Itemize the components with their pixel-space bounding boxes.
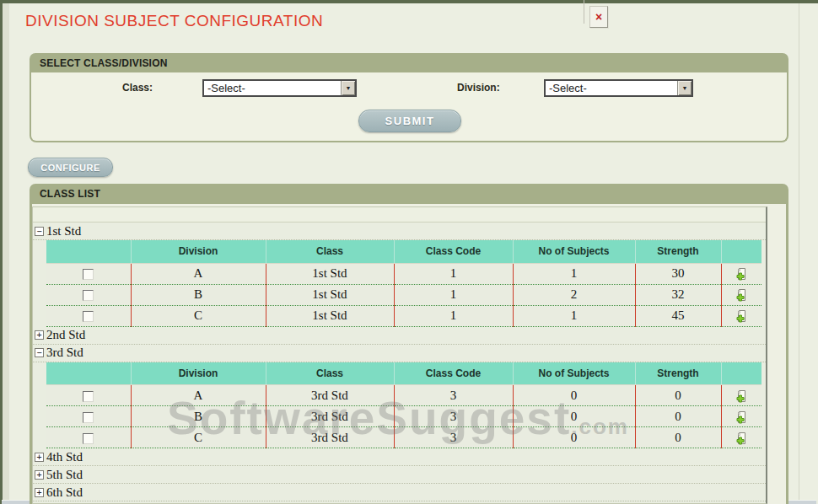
column-header: Division <box>131 362 266 385</box>
division-select[interactable]: -Select- ▼ <box>544 79 693 97</box>
column-header: No of Subjects <box>513 240 635 263</box>
table-header-row: DivisionClassClass CodeNo of SubjectsStr… <box>46 362 761 385</box>
expand-icon[interactable]: + <box>35 470 44 480</box>
select-panel-body: Class: -Select- ▼ Division: -Select- ▼ S… <box>30 72 788 142</box>
row-checkbox[interactable] <box>83 311 94 322</box>
column-header: No of Subjects <box>513 362 635 385</box>
tree-group-label: 3rd Std <box>46 346 83 360</box>
table-row: B1st Std1232 <box>46 284 761 305</box>
window-top-border <box>0 0 818 3</box>
division-select-value: -Select- <box>549 82 587 94</box>
collapse-icon[interactable]: − <box>35 348 44 357</box>
chevron-down-icon[interactable]: ▼ <box>341 81 355 95</box>
column-header: Class <box>266 240 394 263</box>
action-cell <box>721 385 761 406</box>
action-cell <box>721 427 761 448</box>
checkbox-cell <box>46 385 131 406</box>
frame-divider <box>584 0 584 24</box>
tree-group-4th-std: +4th Std <box>33 448 766 466</box>
no-of-subjects-cell: 1 <box>513 305 635 326</box>
class-select-value: -Select- <box>207 82 245 94</box>
class-list-body: −1st StdDivisionClassClass CodeNo of Sub… <box>30 204 788 504</box>
page-title: DIVISION SUBJECT CONFIGURATION <box>25 12 323 30</box>
division-label: Division: <box>457 82 500 94</box>
checkbox-cell <box>46 406 131 427</box>
configure-button[interactable]: CONFIGURE <box>28 158 113 177</box>
tree-group-5th-std: +5th Std <box>33 466 766 484</box>
right-edge-line <box>799 3 799 504</box>
action-cell <box>721 284 761 305</box>
division-cell: B <box>131 406 266 427</box>
strength-cell: 32 <box>635 284 721 305</box>
action-cell <box>721 263 761 284</box>
class-list-box: −1st StdDivisionClassClass CodeNo of Sub… <box>32 206 767 504</box>
strength-cell: 45 <box>635 305 721 326</box>
add-subject-icon[interactable] <box>735 288 748 302</box>
checkbox-cell <box>46 427 131 448</box>
row-checkbox[interactable] <box>83 391 94 402</box>
action-cell <box>721 406 761 427</box>
tree-group-3rd-std: −3rd Std <box>33 345 766 362</box>
tree-group-label: 1st Std <box>46 224 81 239</box>
submit-button[interactable]: SUBMIT <box>358 110 461 132</box>
expand-icon[interactable]: + <box>35 453 44 462</box>
no-of-subjects-cell: 2 <box>513 284 635 305</box>
close-button[interactable]: × <box>589 6 608 28</box>
add-subject-icon[interactable] <box>735 267 748 281</box>
no-of-subjects-cell: 0 <box>513 385 635 406</box>
expand-icon[interactable]: + <box>35 330 44 340</box>
column-header: Class <box>266 362 394 385</box>
strength-cell: 0 <box>635 427 721 448</box>
division-cell: C <box>131 305 266 326</box>
tree-group-label: 6th Std <box>46 485 83 500</box>
column-header <box>46 240 131 263</box>
list-top-spacer <box>33 207 766 223</box>
column-header: Class Code <box>394 240 513 263</box>
table-row: A3rd Std300 <box>46 385 761 406</box>
table-row: B3rd Std300 <box>46 406 761 427</box>
strength-cell: 30 <box>635 263 721 284</box>
checkbox-cell <box>46 284 131 305</box>
left-edge-shade <box>3 3 9 504</box>
class-cell: 3rd Std <box>266 427 394 448</box>
column-header: Strength <box>635 362 721 385</box>
action-cell <box>721 305 761 326</box>
class-code-cell: 3 <box>394 385 513 406</box>
select-panel-header: SELECT CLASS/DIVISION <box>30 53 788 72</box>
class-code-cell: 3 <box>394 406 513 427</box>
row-checkbox[interactable] <box>83 433 94 444</box>
add-subject-icon[interactable] <box>735 432 748 445</box>
row-checkbox[interactable] <box>83 269 94 280</box>
collapse-icon[interactable]: − <box>35 227 44 236</box>
add-subject-icon[interactable] <box>735 389 748 403</box>
column-header: Class Code <box>394 362 513 385</box>
division-cell: A <box>131 263 266 284</box>
column-header <box>46 362 131 385</box>
row-checkbox[interactable] <box>83 290 94 301</box>
expand-icon[interactable]: + <box>35 488 44 497</box>
class-code-cell: 1 <box>394 263 513 284</box>
division-cell: A <box>131 385 266 406</box>
column-header: Strength <box>635 240 721 263</box>
no-of-subjects-cell: 1 <box>513 263 635 284</box>
class-cell: 3rd Std <box>266 406 394 427</box>
add-subject-icon[interactable] <box>735 410 748 424</box>
division-cell: C <box>131 427 266 448</box>
chevron-down-icon[interactable]: ▼ <box>677 81 692 95</box>
table-row: C3rd Std300 <box>46 427 761 448</box>
row-checkbox[interactable] <box>83 412 94 423</box>
tree-group-label: 5th Std <box>46 468 83 482</box>
class-cell: 1st Std <box>266 284 394 305</box>
class-code-cell: 3 <box>394 427 513 448</box>
tree-group-label: 2nd Std <box>46 328 85 342</box>
division-table: DivisionClassClass CodeNo of SubjectsStr… <box>46 362 761 449</box>
class-select[interactable]: -Select- ▼ <box>202 79 357 97</box>
tree-group-label: 4th Std <box>46 450 83 464</box>
table-row: A1st Std1130 <box>46 263 761 284</box>
class-code-cell: 1 <box>394 305 513 326</box>
add-subject-icon[interactable] <box>735 309 748 323</box>
column-header <box>721 362 761 385</box>
column-header <box>721 240 761 263</box>
strength-cell: 0 <box>635 385 721 406</box>
tree-group-1st-std: −1st Std <box>33 223 766 240</box>
